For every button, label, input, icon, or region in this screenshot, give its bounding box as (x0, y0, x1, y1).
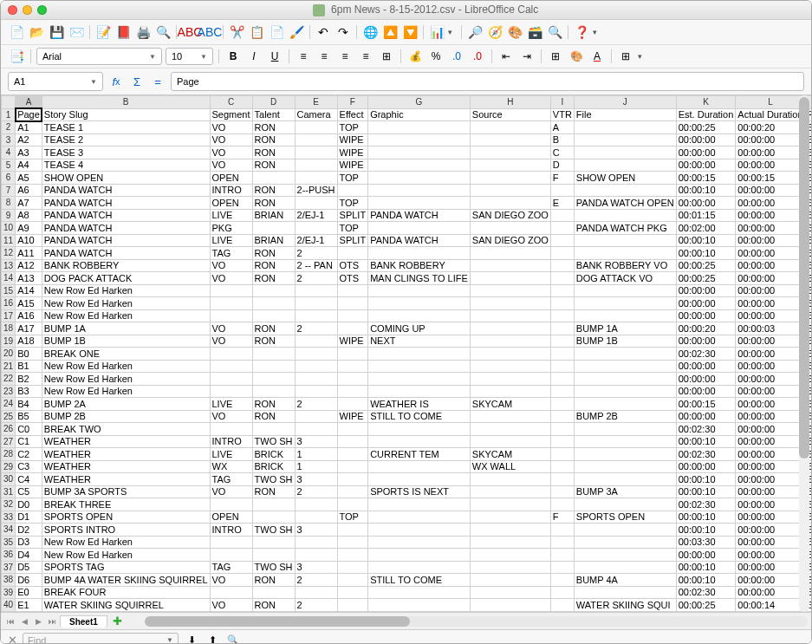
cell[interactable]: 00:00:00 (736, 335, 805, 348)
cell[interactable] (368, 172, 471, 185)
cell[interactable] (574, 234, 676, 247)
cell[interactable]: VO (210, 335, 252, 348)
cell[interactable] (574, 159, 676, 172)
cell[interactable]: TEASE 1 (42, 121, 210, 134)
cell[interactable] (550, 322, 574, 335)
row-header[interactable]: 19 (2, 335, 16, 348)
cell[interactable]: 00:00:00 (736, 146, 805, 159)
cell[interactable] (470, 146, 550, 159)
cell[interactable]: VTR (550, 108, 574, 121)
cell[interactable]: 00:00:00 (676, 297, 736, 310)
cell[interactable] (550, 222, 574, 235)
cell[interactable]: Actual Duration (736, 108, 805, 121)
cell[interactable] (470, 498, 550, 511)
cell[interactable]: SPORTS IS NEXT (368, 485, 471, 498)
cell[interactable]: New Row Ed Harken (42, 309, 210, 322)
cell[interactable]: 00:00:15 (736, 172, 805, 185)
find-prev-button[interactable]: ⬆ (205, 633, 220, 645)
cell[interactable]: VO (210, 485, 252, 498)
cell[interactable]: BANK ROBBERY (42, 259, 210, 272)
row-header[interactable]: 29 (2, 460, 16, 473)
cell[interactable] (252, 222, 295, 235)
spreadsheet-grid[interactable]: ABCDEFGHIJKL1PageStory SlugSegmentTalent… (1, 95, 811, 612)
cell[interactable] (470, 561, 550, 574)
cell[interactable]: 00:00:25 (676, 599, 736, 612)
cell[interactable] (337, 448, 368, 461)
row-header[interactable]: 15 (2, 284, 16, 297)
cell[interactable]: New Row Ed Harken (42, 297, 210, 310)
cell[interactable] (295, 309, 337, 322)
cell[interactable]: A7 (16, 197, 42, 210)
cell[interactable]: 00:02:30 (676, 498, 736, 511)
cell[interactable]: 00:00:10 (676, 485, 736, 498)
column-header[interactable]: G (368, 96, 471, 109)
cell[interactable] (574, 561, 676, 574)
cell[interactable] (470, 473, 550, 486)
cell[interactable] (550, 473, 574, 486)
row-header[interactable]: 28 (2, 448, 16, 461)
cell[interactable]: PANDA WATCH (42, 222, 210, 235)
cell[interactable] (210, 498, 252, 511)
cell[interactable] (210, 549, 252, 562)
cell[interactable]: 00:02:00 (676, 222, 736, 235)
cell[interactable] (337, 373, 368, 386)
cell[interactable] (470, 385, 550, 398)
cell[interactable]: BUMP 3A SPORTS (42, 485, 210, 498)
cell[interactable]: A4 (16, 159, 42, 172)
cell[interactable]: WATER SKIING SQUIRREL (42, 599, 210, 612)
cell[interactable]: LIVE (210, 234, 252, 247)
cell[interactable]: TWO SH (252, 473, 295, 486)
cell[interactable]: D1 (16, 511, 42, 524)
cell[interactable] (368, 197, 471, 210)
cell[interactable]: 00:00:00 (676, 335, 736, 348)
cell[interactable]: New Row Ed Harken (42, 385, 210, 398)
cell[interactable]: Source (470, 108, 550, 121)
cell[interactable] (550, 435, 574, 448)
cell[interactable]: 00:00:00 (736, 222, 805, 235)
toolbar-overflow[interactable]: ▾ (593, 28, 601, 36)
cell[interactable]: 00:00:00 (736, 485, 805, 498)
cell[interactable] (574, 536, 676, 549)
cell[interactable]: RON (252, 121, 295, 134)
cell[interactable] (295, 536, 337, 549)
row-header[interactable]: 32 (2, 498, 16, 511)
cell[interactable]: D3 (16, 536, 42, 549)
cell[interactable]: VO (210, 599, 252, 612)
cell[interactable]: TOP (337, 172, 368, 185)
cell[interactable]: 00:00:00 (736, 398, 805, 411)
cell[interactable] (574, 121, 676, 134)
cell[interactable] (574, 309, 676, 322)
cell[interactable]: SPORTS INTRO (42, 524, 210, 537)
cell[interactable] (252, 511, 295, 524)
cell[interactable] (295, 172, 337, 185)
prev-tab-button[interactable]: ◀ (18, 615, 30, 628)
redo-button[interactable]: ↷ (335, 23, 352, 41)
autospell-button[interactable]: ABC (201, 23, 218, 41)
cell[interactable]: 00:02:30 (676, 586, 736, 599)
cell[interactable]: 00:00:10 (676, 247, 736, 260)
cell[interactable] (470, 410, 550, 423)
scrollbar-thumb[interactable] (145, 616, 410, 627)
cell[interactable]: PANDA WATCH (42, 197, 210, 210)
cell[interactable] (550, 599, 574, 612)
cell[interactable] (252, 284, 295, 297)
cell[interactable] (252, 373, 295, 386)
cell[interactable]: BUMP 1B (42, 335, 210, 348)
cell[interactable] (574, 209, 676, 222)
cell[interactable]: Story Slug (42, 108, 210, 121)
cell[interactable]: WIPE (337, 159, 368, 172)
cell[interactable]: Est. Duration (676, 108, 736, 121)
horizontal-scrollbar[interactable] (145, 616, 808, 627)
cell[interactable] (368, 159, 471, 172)
cell[interactable]: RON (252, 574, 295, 587)
cell[interactable] (337, 586, 368, 599)
cell[interactable]: A13 (16, 272, 42, 285)
cell[interactable] (470, 536, 550, 549)
cell[interactable]: BRICK (252, 448, 295, 461)
cell[interactable]: 2/EJ-1 (295, 209, 337, 222)
cell[interactable]: 2 (295, 599, 337, 612)
cell[interactable] (574, 473, 676, 486)
cell[interactable]: 00:00:00 (736, 309, 805, 322)
cell[interactable]: 3 (295, 561, 337, 574)
cell[interactable]: BRICK (252, 460, 295, 473)
